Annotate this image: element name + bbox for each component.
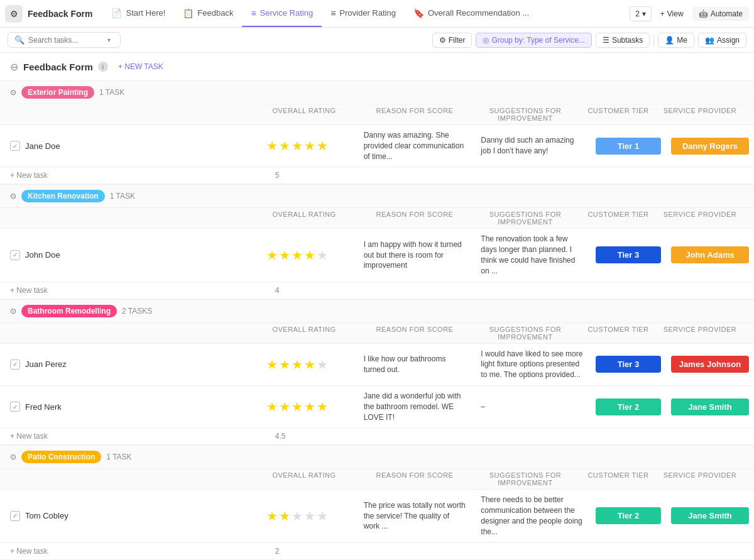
- check-icon[interactable]: ✓: [10, 511, 20, 521]
- col-reason: REASON FOR SCORE: [359, 107, 470, 122]
- group-tag-patio-construction[interactable]: Patio Construction: [21, 451, 101, 463]
- subtasks-button[interactable]: ☰ Subtasks: [596, 33, 650, 48]
- table-row: ✓ Fred Nerk ★★★★★ Jane did a wonderful j…: [0, 386, 754, 428]
- empty-star: ★: [317, 510, 328, 522]
- group-toggle-exterior-painting[interactable]: ⊙: [10, 88, 16, 97]
- new-task-row-button[interactable]: + New task: [10, 547, 48, 556]
- service-rating-icon: ≡: [251, 8, 256, 18]
- col-reason: REASON FOR SCORE: [359, 471, 470, 486]
- assign-button[interactable]: 👥 Assign: [698, 33, 746, 48]
- task-name-cell: ✓ Tom Cobley: [0, 506, 239, 526]
- tier-badge[interactable]: Tier 2: [596, 398, 661, 415]
- stars: ★★★★★: [266, 510, 328, 522]
- col-suggestions: SUGGESTIONS FOR IMPROVEMENT: [470, 107, 581, 122]
- full-star: ★: [279, 510, 290, 522]
- group-header-exterior-painting: ⊙ Exterior Painting 1 TASK: [0, 80, 754, 104]
- col-reason: REASON FOR SCORE: [359, 211, 470, 226]
- suggestions-cell: I would have liked to see more light fix…: [473, 344, 591, 385]
- tab-start-here[interactable]: 📄 Start Here!: [102, 0, 174, 27]
- check-icon[interactable]: ✓: [10, 402, 20, 412]
- new-task-button[interactable]: + NEW TASK: [113, 60, 168, 73]
- group-toggle-bathroom-remodelling[interactable]: ⊙: [10, 307, 16, 316]
- group-toggle-kitchen-renovation[interactable]: ⊙: [10, 192, 16, 200]
- nav-badge[interactable]: 2 ▾: [630, 6, 652, 21]
- col-service-provider: SERVICE PROVIDER: [656, 211, 744, 226]
- check-icon[interactable]: ✓: [10, 141, 20, 151]
- task-name: Tom Cobley: [25, 511, 68, 520]
- stars-cell: ★★★★★: [239, 353, 356, 376]
- tier-badge[interactable]: Tier 2: [596, 507, 661, 524]
- info-icon[interactable]: i: [98, 62, 108, 72]
- full-star: ★: [266, 249, 278, 261]
- table-row: ✓ Jane Doe ★★★★★ Danny was amazing. She …: [0, 125, 754, 167]
- provider-badge[interactable]: Jane Smith: [671, 398, 749, 415]
- col-overall-rating: OVERALL RATING: [249, 107, 359, 122]
- provider-badge[interactable]: John Adams: [671, 246, 749, 263]
- stars: ★★★★★: [266, 358, 328, 371]
- reason-cell: I like how our bathrooms turned out.: [356, 349, 474, 380]
- page-toggle-icon[interactable]: ⊖: [10, 61, 18, 73]
- groups-container: ⊙ Exterior Painting 1 TASK OVERALL RATIN…: [0, 80, 754, 560]
- empty-star: ★: [317, 358, 328, 371]
- suggestions-cell: There needs to be better communication b…: [473, 490, 591, 542]
- search-input[interactable]: [28, 36, 104, 45]
- app-title: Feedback Form: [28, 9, 92, 19]
- filter-button[interactable]: ⚙ Filter: [432, 33, 473, 48]
- automate-button[interactable]: 🤖 Automate: [692, 7, 749, 21]
- search-box[interactable]: 🔍 ▾: [8, 32, 121, 48]
- stars: ★★★★★: [266, 249, 328, 261]
- view-button[interactable]: + View: [655, 7, 689, 21]
- service-provider-cell: Danny Rogers: [666, 135, 754, 157]
- new-task-row-bathroom-remodelling: + New task 4.5: [0, 428, 754, 445]
- provider-badge[interactable]: Jane Smith: [671, 507, 749, 524]
- col-service-provider: SERVICE PROVIDER: [656, 471, 744, 486]
- col-service-provider: SERVICE PROVIDER: [656, 107, 744, 122]
- group-tag-kitchen-renovation[interactable]: Kitchen Renovation: [21, 190, 105, 202]
- stars-cell: ★★★★★: [239, 244, 356, 266]
- tab-overall-recommendation[interactable]: 🔖 Overall Recommendation ...: [405, 0, 538, 27]
- customer-tier-cell: Tier 1: [591, 135, 666, 157]
- tab-feedback[interactable]: 📋 Feedback: [174, 0, 242, 27]
- tab-service-rating[interactable]: ≡ Service Rating: [242, 0, 322, 27]
- full-star: ★: [317, 400, 328, 413]
- col-overall-rating: OVERALL RATING: [249, 471, 359, 486]
- task-rows-patio-construction: ✓ Tom Cobley ★★★★★ The price was totally…: [0, 490, 754, 559]
- col-customer-tier: CUSTOMER TIER: [581, 471, 656, 486]
- check-icon[interactable]: ✓: [10, 250, 20, 260]
- check-icon[interactable]: ✓: [10, 360, 20, 370]
- full-star: ★: [304, 400, 315, 413]
- group-header-patio-construction: ⊙ Patio Construction 1 TASK: [0, 445, 754, 469]
- suggestions-cell: Danny did such an amazing job I don't ha…: [473, 130, 591, 162]
- reason-cell: Danny was amazing. She provided clear co…: [356, 125, 474, 167]
- new-task-row-patio-construction: + New task 2: [0, 543, 754, 560]
- col-customer-tier: CUSTOMER TIER: [581, 326, 656, 341]
- tier-badge[interactable]: Tier 3: [596, 356, 661, 373]
- full-star: ★: [266, 400, 278, 413]
- col-name: [10, 107, 249, 122]
- tab-provider-rating[interactable]: ≡ Provider Rating: [322, 0, 405, 27]
- tier-badge[interactable]: Tier 3: [596, 246, 661, 263]
- new-task-row-button[interactable]: + New task: [10, 286, 48, 295]
- group-by-button[interactable]: ◎ Group by: Type of Service...: [476, 33, 592, 48]
- new-task-row-button[interactable]: + New task: [10, 432, 48, 441]
- customer-tier-cell: Tier 3: [591, 244, 666, 266]
- reason-cell: I am happy with how it turned out but th…: [356, 234, 474, 276]
- group-tag-bathroom-remodelling[interactable]: Bathroom Remodelling: [21, 305, 117, 317]
- group-tag-exterior-painting[interactable]: Exterior Painting: [21, 86, 94, 99]
- new-task-row-exterior-painting: + New task 5: [0, 167, 754, 184]
- col-headers-kitchen-renovation: OVERALL RATING REASON FOR SCORE SUGGESTI…: [0, 208, 754, 229]
- me-button[interactable]: 👤 Me: [658, 33, 694, 48]
- group-toggle-patio-construction[interactable]: ⊙: [10, 453, 16, 461]
- empty-star: ★: [292, 510, 303, 522]
- tier-badge[interactable]: Tier 1: [596, 138, 661, 155]
- stars-cell: ★★★★★: [239, 395, 356, 418]
- group-header-kitchen-renovation: ⊙ Kitchen Renovation 1 TASK: [0, 184, 754, 208]
- new-task-row-button[interactable]: + New task: [10, 171, 48, 180]
- task-name: Fred Nerk: [25, 402, 62, 412]
- service-provider-cell: James Johnson: [666, 353, 754, 375]
- provider-badge[interactable]: James Johnson: [671, 356, 749, 373]
- search-dropdown-arrow[interactable]: ▾: [107, 36, 111, 43]
- provider-badge[interactable]: Danny Rogers: [671, 138, 749, 155]
- col-overall-rating: OVERALL RATING: [249, 211, 359, 226]
- customer-tier-cell: Tier 3: [591, 353, 666, 375]
